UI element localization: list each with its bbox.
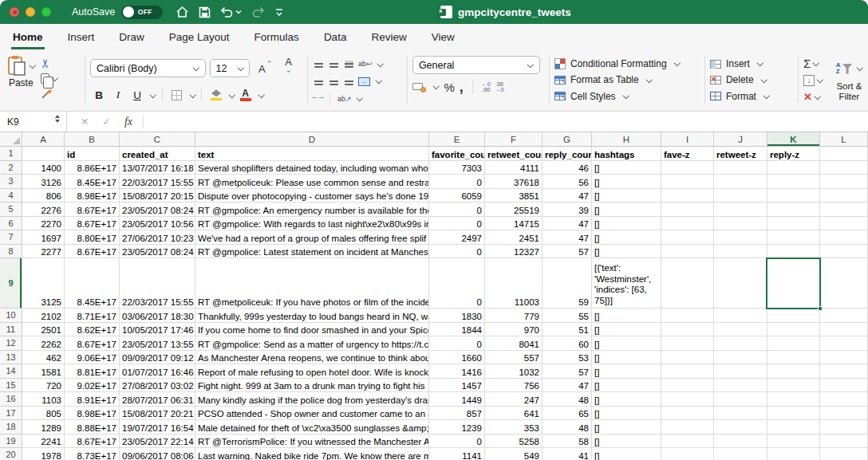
cell-K8[interactable]	[767, 245, 820, 259]
conditional-formatting-button[interactable]: Conditional Formatting	[554, 56, 700, 72]
cell-I17[interactable]	[661, 407, 714, 421]
cell-A2[interactable]: 1400	[22, 161, 65, 175]
cell-H3[interactable]: []	[592, 175, 661, 189]
comma-style-button[interactable]: ,	[460, 83, 464, 91]
cell-E13[interactable]: 1660	[429, 351, 485, 365]
tab-draw[interactable]: Draw	[117, 26, 146, 49]
cell-K18[interactable]	[767, 420, 820, 434]
align-middle-button[interactable]	[328, 60, 340, 69]
cell-B15[interactable]: 9.02E+17	[65, 379, 120, 393]
increase-decimal-button[interactable]: ←0.00	[482, 81, 491, 92]
cell-G11[interactable]: 51	[542, 323, 592, 337]
decrease-indent-button[interactable]: ←	[313, 92, 316, 106]
cell-I6[interactable]	[661, 217, 714, 231]
fill-color-button[interactable]	[207, 86, 225, 104]
cell-L5[interactable]	[820, 202, 868, 217]
cell-J3[interactable]	[714, 175, 767, 189]
cell-L14[interactable]	[820, 364, 868, 379]
cell-J2[interactable]	[714, 161, 767, 175]
cell-I16[interactable]	[661, 392, 714, 407]
minimize-window-button[interactable]	[26, 7, 35, 17]
cell-A20[interactable]: 1978	[22, 448, 65, 460]
cell-F10[interactable]: 779	[485, 309, 542, 323]
delete-cells-button[interactable]: Delete	[710, 72, 793, 88]
row-header-19[interactable]: 19	[0, 434, 22, 449]
cell-D3[interactable]: RT @metpoliceuk: Please use common sense…	[195, 175, 429, 189]
number-format-select[interactable]: General	[412, 56, 540, 74]
cell-E12[interactable]: 0	[429, 336, 485, 351]
row-header-14[interactable]: 14	[0, 364, 22, 379]
cell-J20[interactable]	[714, 448, 767, 460]
cell-F7[interactable]: 2451	[485, 230, 542, 245]
font-family-select[interactable]: Calibri (Body)	[90, 59, 206, 77]
select-all-corner[interactable]	[0, 132, 22, 147]
text-orientation-button[interactable]: ab↗	[337, 95, 352, 103]
cell-F15[interactable]: 756	[485, 379, 542, 393]
cell-C3[interactable]: 22/03/2017 15:55	[120, 175, 195, 189]
cell-L17[interactable]	[820, 407, 868, 421]
cell-D6[interactable]: RT @gmpolice: With regards to last night…	[195, 217, 429, 231]
cell-D1[interactable]: text	[195, 147, 429, 161]
cell-I19[interactable]	[661, 434, 714, 449]
cell-K4[interactable]	[767, 189, 820, 203]
cell-K5[interactable]	[767, 202, 820, 217]
cell-G17[interactable]: 65	[542, 407, 592, 421]
fill-button[interactable]: ↓	[803, 73, 823, 88]
cell-H1[interactable]: hashtags	[592, 147, 661, 161]
increase-font-size-button[interactable]: A⌃	[254, 62, 276, 75]
cell-E5[interactable]: 0	[429, 202, 485, 217]
tab-home[interactable]: Home	[11, 26, 45, 49]
cell-L4[interactable]	[820, 189, 868, 203]
cell-G1[interactable]: reply_count	[542, 147, 592, 161]
cell-F5[interactable]: 25519	[485, 202, 542, 217]
cell-E16[interactable]: 1449	[429, 392, 485, 407]
row-header-9[interactable]: 9	[0, 258, 22, 309]
cell-G13[interactable]: 53	[542, 351, 592, 365]
column-header-K[interactable]: K	[767, 132, 820, 147]
cell-B2[interactable]: 8.86E+17	[65, 161, 120, 175]
cell-B3[interactable]: 8.45E+17	[65, 175, 120, 189]
row-header-20[interactable]: 20	[0, 448, 22, 460]
cell-K12[interactable]	[767, 336, 820, 351]
cell-D15[interactable]: Fight night. 999 at 3am to a drunk man t…	[195, 379, 429, 393]
cell-K11[interactable]	[767, 323, 820, 337]
cell-A14[interactable]: 1581	[22, 364, 65, 379]
cell-K17[interactable]	[767, 407, 820, 421]
cell-F4[interactable]: 3851	[485, 189, 542, 203]
name-box[interactable]: K9	[0, 112, 67, 132]
decrease-decimal-button[interactable]: .00→0	[495, 81, 504, 92]
cell-I12[interactable]	[661, 336, 714, 351]
cell-B17[interactable]: 8.98E+17	[65, 407, 120, 421]
underline-button[interactable]: U	[128, 86, 146, 104]
tab-insert[interactable]: Insert	[66, 26, 97, 49]
row-header-8[interactable]: 8	[0, 245, 22, 259]
cell-E7[interactable]: 2497	[429, 230, 485, 245]
cell-D20[interactable]: Last warning. Naked bike ride 7pm. We kn…	[195, 448, 429, 460]
cell-K15[interactable]	[767, 379, 820, 393]
selection-fill-handle[interactable]	[818, 306, 823, 311]
format-as-table-button[interactable]: ✎ Format as Table	[554, 72, 700, 88]
cell-J5[interactable]	[714, 202, 767, 217]
cell-G6[interactable]: 47	[542, 217, 592, 231]
cell-G14[interactable]: 57	[542, 364, 592, 379]
cell-C11[interactable]: 10/05/2017 17:46	[120, 323, 195, 337]
cell-L9[interactable]	[820, 258, 868, 309]
tab-data[interactable]: Data	[322, 26, 349, 49]
column-header-A[interactable]: A	[22, 132, 65, 147]
cell-G12[interactable]: 60	[542, 336, 592, 351]
cell-H20[interactable]: []	[592, 448, 661, 460]
autosum-button[interactable]: Σ	[803, 56, 823, 71]
cell-E6[interactable]: 0	[429, 217, 485, 231]
row-header-12[interactable]: 12	[0, 336, 22, 351]
cell-D13[interactable]: As Manchester Arena reopens, we continue…	[195, 351, 429, 365]
copy-button[interactable]	[41, 72, 58, 86]
row-header-5[interactable]: 5	[0, 202, 22, 217]
row-header-11[interactable]: 11	[0, 323, 22, 337]
format-cells-button[interactable]: Format	[710, 88, 793, 104]
cell-A4[interactable]: 806	[22, 189, 65, 203]
tab-page-layout[interactable]: Page Layout	[168, 26, 231, 49]
cell-L1[interactable]	[820, 147, 868, 161]
cell-L8[interactable]	[820, 245, 868, 259]
cell-H7[interactable]: []	[592, 230, 661, 245]
cell-I13[interactable]	[661, 351, 714, 365]
